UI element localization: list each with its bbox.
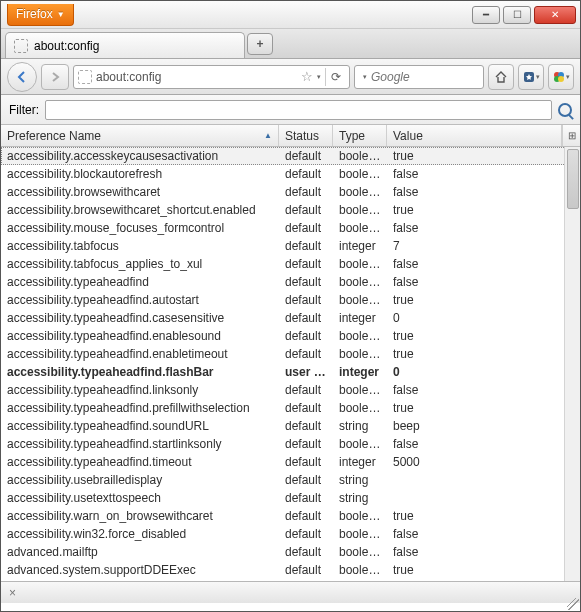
cell-name: accessibility.typeaheadfind.linksonly — [1, 383, 279, 397]
cell-name: accessibility.typeaheadfind.startlinkson… — [1, 437, 279, 451]
tab-aboutconfig[interactable]: about:config — [5, 32, 245, 58]
tab-title: about:config — [34, 39, 99, 53]
cell-type: boolean — [333, 563, 387, 577]
firefox-menu-button[interactable]: Firefox ▼ — [7, 4, 74, 26]
table-row[interactable]: accessibility.win32.force_disableddefaul… — [1, 525, 580, 543]
cell-status: default — [279, 185, 333, 199]
table-row[interactable]: accessibility.typeaheadfind.autostartdef… — [1, 291, 580, 309]
cell-name: accessibility.typeaheadfind.soundURL — [1, 419, 279, 433]
cell-name: accessibility.typeaheadfind.autostart — [1, 293, 279, 307]
bookmarks-button[interactable]: ▾ — [518, 64, 544, 90]
vertical-scrollbar[interactable] — [564, 147, 580, 581]
column-header-type[interactable]: Type — [333, 125, 387, 146]
cell-name: accessibility.typeaheadfind.enablesound — [1, 329, 279, 343]
cell-type: boolean — [333, 149, 387, 163]
site-identity-icon — [78, 70, 92, 84]
cell-value: false — [387, 167, 580, 181]
table-row[interactable]: accessibility.mouse_focuses_formcontrold… — [1, 219, 580, 237]
table-row[interactable]: accessibility.typeaheadfind.startlinkson… — [1, 435, 580, 453]
cell-status: default — [279, 401, 333, 415]
cell-value: false — [387, 257, 580, 271]
table-header: Preference Name ▲ Status Type Value ⊞ — [1, 125, 580, 147]
table-row[interactable]: accessibility.typeaheadfind.prefillwiths… — [1, 399, 580, 417]
table-row[interactable]: accessibility.typeaheadfind.linksonlydef… — [1, 381, 580, 399]
chevron-down-icon: ▼ — [57, 10, 65, 19]
table-row[interactable]: accessibility.blockautorefreshdefaultboo… — [1, 165, 580, 183]
cell-type: string — [333, 419, 387, 433]
url-input[interactable] — [96, 70, 297, 84]
url-bar[interactable]: ☆ ▾ ⟳ — [73, 65, 350, 89]
chevron-down-icon[interactable]: ▾ — [317, 73, 321, 81]
table-row[interactable]: advanced.system.supportDDEExecdefaultboo… — [1, 561, 580, 579]
table-row[interactable]: advanced.mailftpdefaultbooleanfalse — [1, 543, 580, 561]
bookmark-icon — [522, 70, 536, 84]
table-row[interactable]: accessibility.typeaheadfind.soundURLdefa… — [1, 417, 580, 435]
cell-name: accessibility.typeaheadfind — [1, 275, 279, 289]
cell-type: boolean — [333, 527, 387, 541]
chevron-down-icon: ▾ — [536, 73, 540, 81]
cell-value: beep — [387, 419, 580, 433]
cell-status: default — [279, 203, 333, 217]
cell-status: default — [279, 509, 333, 523]
chevron-down-icon[interactable]: ▾ — [363, 73, 367, 81]
forward-button[interactable] — [41, 64, 69, 90]
cell-value: false — [387, 545, 580, 559]
cell-name: accessibility.typeaheadfind.prefillwiths… — [1, 401, 279, 415]
table-row[interactable]: accessibility.typeaheadfind.enabletimeou… — [1, 345, 580, 363]
new-tab-button[interactable]: + — [247, 33, 273, 55]
filter-bar: Filter: — [1, 95, 580, 125]
column-header-name[interactable]: Preference Name ▲ — [1, 125, 279, 146]
resize-grip-icon[interactable] — [567, 598, 579, 610]
table-row[interactable]: accessibility.accesskeycausesactivationd… — [1, 147, 580, 165]
column-header-value[interactable]: Value — [387, 125, 562, 146]
table-row[interactable]: accessibility.typeaheadfind.casesensitiv… — [1, 309, 580, 327]
cell-type: boolean — [333, 509, 387, 523]
table-row[interactable]: accessibility.warn_on_browsewithcaretdef… — [1, 507, 580, 525]
cell-type: boolean — [333, 221, 387, 235]
sort-asc-icon: ▲ — [264, 131, 272, 140]
back-button[interactable] — [7, 62, 37, 92]
cell-type: integer — [333, 311, 387, 325]
cell-status: default — [279, 527, 333, 541]
cell-type: integer — [333, 239, 387, 253]
cell-value: false — [387, 275, 580, 289]
scrollbar-thumb[interactable] — [567, 149, 579, 209]
cell-name: accessibility.browsewithcaret_shortcut.e… — [1, 203, 279, 217]
table-row[interactable]: accessibility.typeaheadfind.flashBaruser… — [1, 363, 580, 381]
table-row[interactable]: accessibility.typeaheadfinddefaultboolea… — [1, 273, 580, 291]
cell-type: boolean — [333, 545, 387, 559]
table-row[interactable]: accessibility.usetexttospeechdefaultstri… — [1, 489, 580, 507]
cell-type: boolean — [333, 275, 387, 289]
addons-button[interactable]: ▾ — [548, 64, 574, 90]
table-row[interactable]: accessibility.tabfocus_applies_to_xuldef… — [1, 255, 580, 273]
bookmark-star-icon[interactable]: ☆ — [301, 69, 313, 84]
table-row[interactable]: accessibility.tabfocusdefaultinteger7 — [1, 237, 580, 255]
close-button[interactable]: ✕ — [534, 6, 576, 24]
firefox-menu-label: Firefox — [16, 7, 53, 21]
table-row[interactable]: accessibility.browsewithcaret_shortcut.e… — [1, 201, 580, 219]
cell-type: boolean — [333, 347, 387, 361]
table-row[interactable]: accessibility.browsewithcaretdefaultbool… — [1, 183, 580, 201]
search-bar[interactable]: ▾ 🔍 — [354, 65, 484, 89]
tab-strip: about:config + — [1, 29, 580, 59]
table-row[interactable]: accessibility.typeaheadfind.enablesoundd… — [1, 327, 580, 345]
reload-button[interactable]: ⟳ — [325, 68, 345, 86]
table-row[interactable]: accessibility.usebrailledisplaydefaultst… — [1, 471, 580, 489]
column-picker-button[interactable]: ⊞ — [562, 125, 580, 146]
cell-value: false — [387, 185, 580, 199]
column-header-status[interactable]: Status — [279, 125, 333, 146]
filter-input[interactable] — [45, 100, 552, 120]
cell-type: boolean — [333, 401, 387, 415]
table-row[interactable]: accessibility.typeaheadfind.timeoutdefau… — [1, 453, 580, 471]
cell-status: default — [279, 167, 333, 181]
cell-value: 0 — [387, 365, 580, 379]
cell-value: 0 — [387, 311, 580, 325]
cell-status: default — [279, 239, 333, 253]
cell-status: default — [279, 257, 333, 271]
minimize-button[interactable]: ━ — [472, 6, 500, 24]
maximize-button[interactable]: ☐ — [503, 6, 531, 24]
home-button[interactable] — [488, 64, 514, 90]
cell-name: accessibility.blockautorefresh — [1, 167, 279, 181]
cell-status: default — [279, 149, 333, 163]
cell-name: advanced.mailftp — [1, 545, 279, 559]
